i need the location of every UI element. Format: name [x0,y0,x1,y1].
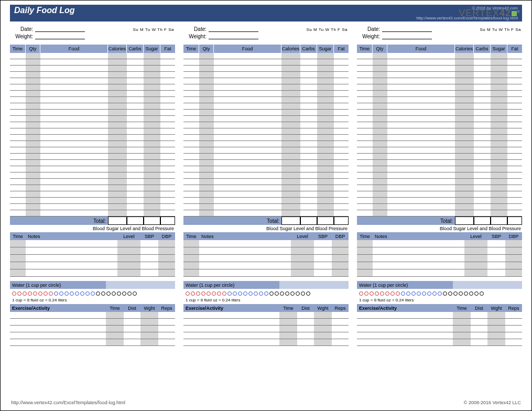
food-row[interactable] [10,154,175,160]
water-circle-icon[interactable] [443,291,447,296]
bp-row[interactable] [183,269,349,277]
exercise-row[interactable] [357,332,522,339]
water-circle-icon[interactable] [222,291,226,296]
exercise-row[interactable] [357,339,522,346]
exercise-row[interactable] [10,326,175,332]
water-circle-icon[interactable] [254,291,258,296]
water-circle-icon[interactable] [196,291,200,296]
total-carbs[interactable] [300,217,317,225]
food-row[interactable] [10,84,175,91]
food-row[interactable] [10,78,175,84]
total-carbs[interactable] [474,217,491,225]
food-row[interactable] [183,204,349,210]
food-row[interactable] [183,141,349,147]
date-field[interactable] [35,26,85,32]
bp-row[interactable] [10,247,175,255]
food-row[interactable] [357,179,522,185]
food-row[interactable] [10,179,175,185]
water-circle-icon[interactable] [280,291,284,296]
food-row[interactable] [183,59,349,66]
exercise-row[interactable] [10,312,175,319]
bp-row[interactable] [357,255,522,262]
exercise-row[interactable] [183,332,349,339]
day-selector[interactable]: Su M Tu W Th F Sa [133,27,175,32]
food-row[interactable] [357,66,522,72]
water-circle-icon[interactable] [186,291,190,296]
food-row[interactable] [183,116,349,122]
food-row[interactable] [10,97,175,103]
water-circle-icon[interactable] [49,291,53,296]
day-selector[interactable]: Su M Tu W Th F Sa [480,27,522,32]
water-circle-icon[interactable] [459,291,463,296]
water-circle-icon[interactable] [422,291,426,296]
exercise-row[interactable] [183,312,349,319]
water-circle-icon[interactable] [417,291,421,296]
food-row[interactable] [357,198,522,204]
day-selector[interactable]: Su M Tu W Th F Sa [306,27,349,32]
food-row[interactable] [357,91,522,97]
food-row[interactable] [10,141,175,147]
exercise-row[interactable] [183,339,349,346]
water-circle-icon[interactable] [44,291,48,296]
food-row[interactable] [10,122,175,128]
water-circle-icon[interactable] [380,291,384,296]
date-field[interactable] [382,26,432,32]
water-circle-icon[interactable] [411,291,416,296]
bp-row[interactable] [10,269,175,277]
food-row[interactable] [183,198,349,204]
water-circle-icon[interactable] [54,291,58,296]
water-circle-icon[interactable] [396,291,400,296]
total-calories[interactable] [455,217,474,225]
water-circle-icon[interactable] [290,291,295,296]
food-row[interactable] [183,160,349,166]
water-circle-icon[interactable] [390,291,395,296]
bp-row[interactable] [183,255,349,262]
water-circle-icon[interactable] [23,291,27,296]
water-circle-icon[interactable] [70,291,74,296]
water-circle-icon[interactable] [117,291,121,296]
food-row[interactable] [10,147,175,154]
bp-row[interactable] [10,262,175,269]
bp-row[interactable] [183,240,349,247]
food-row[interactable] [357,110,522,116]
food-row[interactable] [357,72,522,78]
food-row[interactable] [10,59,175,66]
food-row[interactable] [183,210,349,217]
water-circle-icon[interactable] [227,291,232,296]
food-row[interactable] [183,110,349,116]
food-row[interactable] [357,160,522,166]
food-row[interactable] [183,135,349,141]
food-row[interactable] [357,103,522,110]
food-row[interactable] [183,128,349,135]
total-fat[interactable] [507,217,522,225]
total-calories[interactable] [281,217,300,225]
food-row[interactable] [357,135,522,141]
food-row[interactable] [183,72,349,78]
bp-row[interactable] [357,240,522,247]
exercise-row[interactable] [357,319,522,326]
food-row[interactable] [183,97,349,103]
food-row[interactable] [10,135,175,141]
water-circle-icon[interactable] [106,291,111,296]
total-fat[interactable] [334,217,349,225]
food-row[interactable] [10,103,175,110]
water-circle-icon[interactable] [207,291,211,296]
food-row[interactable] [357,122,522,128]
food-row[interactable] [183,78,349,84]
water-circle-icon[interactable] [385,291,389,296]
food-row[interactable] [10,72,175,78]
water-circle-icon[interactable] [406,291,410,296]
exercise-row[interactable] [10,339,175,346]
food-row[interactable] [357,128,522,135]
weight-field[interactable] [35,33,85,39]
food-row[interactable] [10,128,175,135]
total-sugar[interactable] [144,217,160,225]
water-circle-icon[interactable] [12,291,16,296]
food-row[interactable] [10,185,175,191]
food-row[interactable] [183,84,349,91]
food-row[interactable] [10,198,175,204]
water-circle-icon[interactable] [17,291,21,296]
water-circle-icon[interactable] [438,291,442,296]
water-circle-icon[interactable] [59,291,63,296]
water-circle-icon[interactable] [401,291,405,296]
